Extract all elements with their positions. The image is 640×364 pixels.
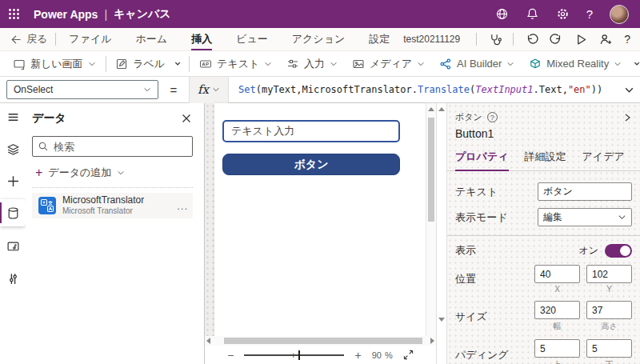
- collapse-panel-button[interactable]: [0, 103, 26, 130]
- divider: [476, 33, 477, 46]
- menu-view[interactable]: ビュー: [236, 28, 268, 50]
- label-button[interactable]: ラベル: [114, 54, 166, 74]
- chevron-down-icon: [88, 60, 96, 68]
- width-input[interactable]: [534, 301, 580, 319]
- label-dropdown-chevron-icon[interactable]: [174, 58, 181, 69]
- zoom-slider-handle[interactable]: [298, 350, 300, 360]
- play-icon[interactable]: [574, 33, 588, 46]
- padding-bottom-input[interactable]: [586, 339, 632, 358]
- display-mode-select[interactable]: 編集: [538, 208, 632, 226]
- tab-advanced[interactable]: 詳細設定: [525, 150, 566, 170]
- help-icon[interactable]: ?: [586, 7, 593, 21]
- padding-top-input[interactable]: [534, 339, 580, 358]
- visible-toggle[interactable]: [605, 244, 632, 258]
- divider: [189, 56, 190, 72]
- settings-icon[interactable]: [556, 7, 570, 21]
- vertical-scrollbar[interactable]: [426, 103, 436, 336]
- zoom-slider[interactable]: +: [244, 350, 344, 360]
- control-name: Button1: [455, 127, 632, 140]
- undo-icon[interactable]: [525, 33, 538, 46]
- data-panel-button[interactable]: [0, 199, 26, 226]
- help-icon[interactable]: ?: [624, 33, 630, 46]
- tab-properties[interactable]: プロパティ: [455, 150, 509, 171]
- zoom-in-button[interactable]: +: [354, 350, 361, 361]
- text-property-input[interactable]: [538, 182, 632, 201]
- properties-scrollbar[interactable]: [436, 103, 446, 364]
- environment-icon[interactable]: [495, 7, 509, 21]
- canvas-text-input-control[interactable]: テキスト入力: [222, 120, 400, 142]
- property-selector[interactable]: OnSelect: [6, 80, 158, 99]
- chevron-right-icon[interactable]: [622, 113, 632, 122]
- sliders-icon: [286, 58, 299, 70]
- scroll-up-arrow[interactable]: [428, 107, 434, 111]
- menu-insert[interactable]: 挿入: [191, 28, 212, 50]
- media-icon: [352, 58, 365, 70]
- fit-to-window-icon[interactable]: [403, 350, 414, 360]
- app-launcher-button[interactable]: [0, 0, 27, 28]
- media-menu-button[interactable]: メディア: [350, 54, 426, 74]
- position-y-input[interactable]: [586, 265, 632, 283]
- formula-input[interactable]: Set(myText,MicrosoftTranslator.Translate…: [229, 84, 618, 95]
- app-screen[interactable]: テキスト入力 ボタン: [214, 103, 426, 336]
- hamburger-icon: [6, 110, 20, 124]
- tab-ideas[interactable]: アイデア: [582, 150, 625, 170]
- chevron-down-icon: [212, 86, 220, 94]
- back-button[interactable]: 戻る: [0, 32, 55, 46]
- label-icon: [115, 58, 128, 70]
- title-bar: Power Apps | キャンバス ?: [0, 0, 640, 28]
- position-x-input[interactable]: [534, 265, 580, 283]
- add-data-button[interactable]: + データの追加: [32, 166, 193, 180]
- waffle-icon: [8, 8, 20, 20]
- canvas-work-area: テキスト入力 ボタン − + + 90 %: [205, 103, 436, 364]
- formula-token: Translate: [418, 84, 470, 95]
- ribbon-overflow-chevron-icon[interactable]: [634, 58, 640, 69]
- zoom-value: 90: [372, 350, 382, 360]
- control-help-icon[interactable]: ?: [487, 112, 498, 122]
- canvas-button-control[interactable]: ボタン: [222, 154, 400, 175]
- advanced-tools-button[interactable]: [0, 265, 26, 292]
- menu-home[interactable]: ホーム: [136, 28, 168, 50]
- horizontal-scroll-thumb[interactable]: [224, 338, 422, 344]
- search-input[interactable]: [54, 141, 187, 153]
- database-icon: [6, 206, 20, 220]
- scroll-right-arrow[interactable]: [430, 338, 434, 344]
- equals-sign: =: [158, 83, 189, 97]
- media-panel-button[interactable]: [0, 233, 26, 260]
- formula-token: Set: [238, 84, 256, 95]
- vertical-sliders-icon: [6, 272, 20, 286]
- menu-file[interactable]: ファイル: [69, 28, 111, 50]
- text-menu-button[interactable]: テキスト: [198, 54, 274, 74]
- input-menu-button[interactable]: 入力: [285, 54, 339, 74]
- app-checker-icon[interactable]: [488, 33, 502, 46]
- mixed-reality-menu-button[interactable]: Mixed Reality: [527, 54, 623, 74]
- zoom-out-button[interactable]: −: [227, 350, 234, 361]
- text-property-label: テキスト: [455, 185, 538, 199]
- new-screen-button[interactable]: 新しい画面: [11, 54, 98, 74]
- scroll-left-arrow[interactable]: [206, 338, 210, 344]
- scroll-down-arrow[interactable]: [438, 318, 445, 322]
- share-icon[interactable]: [599, 33, 613, 46]
- notifications-icon[interactable]: [526, 7, 539, 21]
- menu-settings[interactable]: 設定: [369, 28, 390, 50]
- menu-action[interactable]: アクション: [292, 28, 346, 50]
- more-options-button[interactable]: ...: [177, 200, 188, 212]
- menu-bar: 戻る ファイル ホーム 挿入 ビュー アクション 設定 test20211129: [0, 28, 640, 51]
- tree-view-button[interactable]: [0, 135, 26, 162]
- chevron-down-icon: [618, 213, 626, 222]
- horizontal-scrollbar[interactable]: [205, 336, 436, 346]
- back-arrow-icon: [10, 34, 22, 46]
- height-input[interactable]: [586, 301, 632, 319]
- zoom-level: 90 %: [372, 350, 393, 360]
- formula-bar: OnSelect = fx Set(myText,MicrosoftTransl…: [0, 77, 640, 103]
- ai-builder-menu-button[interactable]: AI Builder: [438, 54, 516, 74]
- formula-bar-expand-button[interactable]: [618, 85, 640, 95]
- vertical-scroll-thumb[interactable]: [428, 118, 434, 222]
- insert-panel-button[interactable]: [0, 167, 26, 194]
- close-icon[interactable]: [180, 112, 193, 125]
- connector-list-item[interactable]: MicrosoftTranslator Microsoft Translator…: [32, 193, 193, 218]
- user-avatar[interactable]: [610, 5, 629, 24]
- display-mode-label: 表示モード: [455, 210, 538, 225]
- redo-icon[interactable]: [550, 33, 563, 46]
- scroll-up-arrow[interactable]: [438, 107, 445, 111]
- fx-dropdown-button[interactable]: fx: [189, 77, 229, 103]
